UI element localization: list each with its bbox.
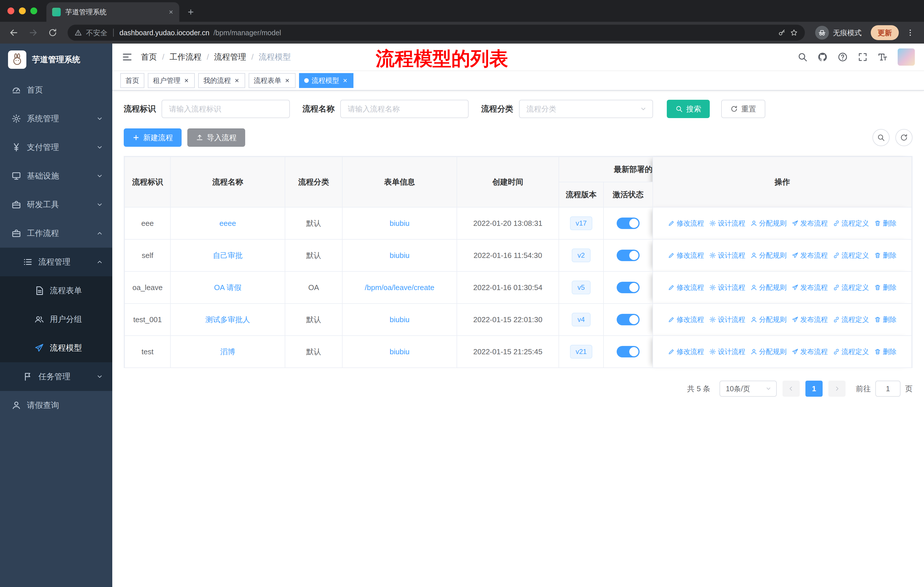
close-window-button[interactable]: [7, 7, 14, 14]
action-delete[interactable]: 删除: [874, 219, 896, 228]
action-delete[interactable]: 删除: [874, 315, 896, 324]
version-badge[interactable]: v4: [572, 313, 590, 326]
process-name-input[interactable]: [340, 100, 469, 118]
sidebar-item-home[interactable]: 首页: [0, 76, 112, 104]
address-bar[interactable]: 不安全 dashboard.yudao.iocoder.cn /bpm/mana…: [68, 25, 805, 41]
process-name-link[interactable]: 滔博: [220, 347, 235, 356]
minimize-window-button[interactable]: [19, 7, 26, 14]
close-icon[interactable]: [234, 78, 240, 84]
action-design-process[interactable]: 设计流程: [709, 251, 745, 260]
browser-menu-icon[interactable]: [902, 25, 918, 41]
sidebar-item-workflow[interactable]: 工作流程: [0, 219, 112, 248]
action-process-definition[interactable]: 流程定义: [833, 283, 869, 292]
page-size-select[interactable]: 10条/页: [719, 380, 777, 397]
version-badge[interactable]: v21: [570, 345, 592, 359]
process-name-link[interactable]: 自己审批: [213, 251, 243, 260]
active-status-toggle[interactable]: [617, 314, 640, 325]
help-icon[interactable]: [838, 52, 848, 62]
form-info-link[interactable]: biubiu: [389, 219, 409, 228]
action-publish-process[interactable]: 发布流程: [792, 219, 828, 228]
version-badge[interactable]: v2: [572, 248, 590, 262]
close-icon[interactable]: [284, 78, 290, 84]
category-select[interactable]: 流程分类: [519, 100, 653, 118]
back-icon[interactable]: [6, 25, 22, 41]
action-edit-process[interactable]: 修改流程: [668, 283, 704, 292]
action-process-definition[interactable]: 流程定义: [833, 251, 869, 260]
action-publish-process[interactable]: 发布流程: [792, 283, 828, 292]
security-warning-icon[interactable]: [74, 29, 82, 36]
import-process-button[interactable]: 导入流程: [187, 128, 245, 147]
new-tab-button[interactable]: [183, 4, 199, 20]
action-process-definition[interactable]: 流程定义: [833, 347, 869, 356]
action-publish-process[interactable]: 发布流程: [792, 251, 828, 260]
close-icon[interactable]: [342, 78, 348, 84]
sidebar-item-process-model[interactable]: 流程模型: [0, 334, 112, 362]
action-design-process[interactable]: 设计流程: [709, 347, 745, 356]
active-status-toggle[interactable]: [617, 218, 640, 229]
action-delete[interactable]: 删除: [874, 251, 896, 260]
process-name-link[interactable]: 测试多审批人: [205, 315, 250, 324]
action-publish-process[interactable]: 发布流程: [792, 347, 828, 356]
sidebar-item-payment[interactable]: 支付管理: [0, 133, 112, 162]
sidebar-item-process-management[interactable]: 流程管理: [0, 248, 112, 276]
search-icon[interactable]: [797, 52, 808, 62]
password-key-icon[interactable]: [778, 29, 786, 37]
action-delete[interactable]: 删除: [874, 283, 896, 292]
tag-my-process[interactable]: 我的流程: [198, 73, 245, 88]
process-key-input[interactable]: [162, 100, 290, 118]
zoom-window-button[interactable]: [30, 7, 37, 14]
sidebar-item-devtools[interactable]: 研发工具: [0, 190, 112, 219]
action-design-process[interactable]: 设计流程: [709, 315, 745, 324]
action-assign-rule[interactable]: 分配规则: [751, 347, 787, 356]
breadcrumb-workflow[interactable]: 工作流程: [170, 51, 201, 63]
font-size-icon[interactable]: [878, 52, 888, 62]
bookmark-star-icon[interactable]: [790, 29, 798, 37]
action-delete[interactable]: 删除: [874, 347, 896, 356]
reload-icon[interactable]: [45, 25, 61, 41]
action-edit-process[interactable]: 修改流程: [668, 251, 704, 260]
active-status-toggle[interactable]: [617, 282, 640, 293]
form-info-link[interactable]: biubiu: [389, 315, 409, 324]
sidebar-item-task-management[interactable]: 任务管理: [0, 362, 112, 391]
user-avatar[interactable]: [898, 48, 915, 66]
tag-process-model[interactable]: 流程模型: [299, 73, 353, 88]
create-process-button[interactable]: 新建流程: [124, 128, 182, 147]
form-info-link[interactable]: biubiu: [389, 347, 409, 356]
action-assign-rule[interactable]: 分配规则: [751, 315, 787, 324]
hamburger-icon[interactable]: [121, 51, 133, 63]
page-number-1[interactable]: 1: [805, 380, 823, 397]
browser-update-button[interactable]: 更新: [871, 25, 899, 40]
form-info-link[interactable]: biubiu: [389, 251, 409, 260]
action-process-definition[interactable]: 流程定义: [833, 219, 869, 228]
reset-button[interactable]: 重置: [721, 100, 765, 118]
form-info-link[interactable]: /bpm/oa/leave/create: [365, 283, 434, 292]
browser-tab[interactable]: 芋道管理系统: [46, 2, 179, 22]
fullscreen-icon[interactable]: [858, 52, 868, 62]
action-assign-rule[interactable]: 分配规则: [751, 251, 787, 260]
breadcrumb-home[interactable]: 首页: [141, 51, 157, 63]
action-process-definition[interactable]: 流程定义: [833, 315, 869, 324]
action-edit-process[interactable]: 修改流程: [668, 347, 704, 356]
process-name-link[interactable]: eeee: [219, 219, 236, 228]
search-button[interactable]: 搜索: [667, 100, 710, 118]
sidebar-item-leave-query[interactable]: 请假查询: [0, 391, 112, 420]
sidebar-item-infra[interactable]: 基础设施: [0, 162, 112, 190]
version-badge[interactable]: v17: [570, 217, 592, 230]
app-logo[interactable]: 芋道管理系统: [0, 43, 112, 76]
version-badge[interactable]: v5: [572, 281, 590, 294]
next-page-button[interactable]: [828, 380, 845, 397]
github-icon[interactable]: [817, 52, 828, 62]
tab-close-icon[interactable]: [168, 10, 173, 15]
prev-page-button[interactable]: [782, 380, 800, 397]
tag-process-form[interactable]: 流程表单: [249, 73, 295, 88]
action-assign-rule[interactable]: 分配规则: [751, 219, 787, 228]
toggle-search-button[interactable]: [873, 129, 889, 146]
active-status-toggle[interactable]: [617, 346, 640, 357]
close-icon[interactable]: [183, 78, 190, 84]
action-assign-rule[interactable]: 分配规则: [751, 283, 787, 292]
action-design-process[interactable]: 设计流程: [709, 283, 745, 292]
action-publish-process[interactable]: 发布流程: [792, 315, 828, 324]
active-status-toggle[interactable]: [617, 250, 640, 261]
sidebar-item-system[interactable]: 系统管理: [0, 104, 112, 133]
sidebar-item-process-form[interactable]: 流程表单: [0, 276, 112, 305]
